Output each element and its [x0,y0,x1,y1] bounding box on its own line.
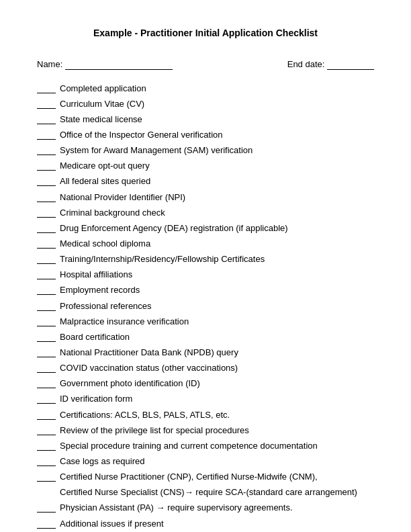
item-text: Physician Assistant (PA) → require super… [60,501,374,515]
item-text: Malpractice insurance verification [60,315,374,328]
checkbox-blank [37,84,56,93]
item-text: Additional issues if present [60,517,374,531]
page-title: Example - Practitioner Initial Applicati… [37,27,374,40]
item-text: National Practitioner Data Bank (NPDB) q… [60,346,374,359]
checkbox-blank [37,270,56,279]
checkbox-blank [37,146,56,155]
list-item: Board certification [37,330,374,344]
item-text: Certifications: ACLS, BLS, PALS, ATLS, e… [60,408,374,422]
item-text: Special procedure training and current c… [60,439,374,453]
list-item: Professional references [37,300,374,313]
list-item: ID verification form [37,392,374,406]
checkbox-blank [37,208,56,218]
checkbox-blank [37,519,56,529]
checkbox-blank [37,115,56,124]
list-item: Completed application [37,82,374,95]
item-text: State medical license [60,113,374,126]
list-item: Employment records [37,283,374,297]
list-item: Certified Nurse Specialist (CNS)→ requir… [60,486,374,499]
item-text: Curriculum Vitae (CV) [60,97,374,111]
item-text: Government photo identification (ID) [60,377,374,390]
checkbox-blank [37,161,56,171]
checkbox-blank [37,239,56,249]
checkbox-blank [37,302,56,311]
list-item: Drug Enforcement Agency (DEA) registrati… [37,222,374,235]
checkbox-blank [37,317,56,326]
list-item: COVID vaccination status (other vaccinat… [37,361,374,375]
item-text: Board certification [60,330,374,344]
list-item: Medical school diploma [37,237,374,251]
list-item: Additional issues if present [37,517,374,531]
item-text: National Provider Identifier (NPI) [60,191,374,204]
list-item: Government photo identification (ID) [37,377,374,390]
item-text: Professional references [60,300,374,313]
item-text: System for Award Management (SAM) verifi… [60,144,374,157]
checkbox-blank [37,457,56,466]
end-date-field: End date: [287,59,374,70]
list-item: Curriculum Vitae (CV) [37,97,374,111]
name-underline [65,59,173,70]
list-item: Criminal background check [37,206,374,220]
checkbox-blank [37,441,56,451]
list-item: National Provider Identifier (NPI) [37,191,374,204]
checkbox-blank [37,255,56,264]
item-text: Medicare opt-out query [60,159,374,173]
item-text: COVID vaccination status (other vaccinat… [60,361,374,375]
list-item: Certifications: ACLS, BLS, PALS, ATLS, e… [37,408,374,422]
checkbox-blank [37,410,56,420]
checkbox-blank [37,379,56,388]
checkbox-blank [37,285,56,295]
list-item: Medicare opt-out query [37,159,374,173]
item-text: Medical school diploma [60,237,374,251]
item-text: Criminal background check [60,206,374,220]
checkbox-blank [37,426,56,435]
item-text: ID verification form [60,392,374,406]
checkbox-blank [37,394,56,404]
item-text: Certified Nurse Practitioner (CNP), Cert… [60,470,374,484]
date-underline [327,59,374,70]
list-item: Office of the Inspector General verifica… [37,128,374,142]
list-item: System for Award Management (SAM) verifi… [37,144,374,157]
item-text: Employment records [60,283,374,297]
list-item: Case logs as required [37,455,374,468]
checkbox-blank [37,472,56,482]
item-text: Case logs as required [60,455,374,468]
item-text: Hospital affiliations [60,268,374,281]
list-item: Hospital affiliations [37,268,374,281]
checkbox-blank [37,193,56,202]
checkbox-blank [37,332,56,342]
item-text: All federal sites queried [60,175,374,188]
checkbox-blank [37,177,56,186]
item-text: Office of the Inspector General verifica… [60,128,374,142]
list-item: Certified Nurse Practitioner (CNP), Cert… [37,470,374,484]
item-text: Training/Internship/Residency/Fellowship… [60,253,374,266]
checkbox-blank [37,348,56,357]
list-item: Review of the privilege list for special… [37,424,374,437]
checkbox-blank [37,224,56,233]
end-date-label: End date: [287,59,325,69]
list-item: Malpractice insurance verification [37,315,374,328]
list-item: Training/Internship/Residency/Fellowship… [37,253,374,266]
list-item: All federal sites queried [37,175,374,188]
checkbox-blank [37,130,56,140]
item-text: Completed application [60,82,374,95]
checkbox-blank [37,99,56,109]
list-item: National Practitioner Data Bank (NPDB) q… [37,346,374,359]
name-field: Name: [37,59,173,70]
header-row: Name: End date: [37,59,374,70]
list-item: State medical license [37,113,374,126]
list-item: Special procedure training and current c… [37,439,374,453]
item-text: Review of the privilege list for special… [60,424,374,437]
checklist: Completed applicationCurriculum Vitae (C… [37,82,374,531]
item-text: Drug Enforcement Agency (DEA) registrati… [60,222,374,235]
list-item: Physician Assistant (PA) → require super… [37,501,374,515]
checkbox-blank [37,503,56,513]
checkbox-blank [37,363,56,373]
name-label: Name: [37,59,62,69]
